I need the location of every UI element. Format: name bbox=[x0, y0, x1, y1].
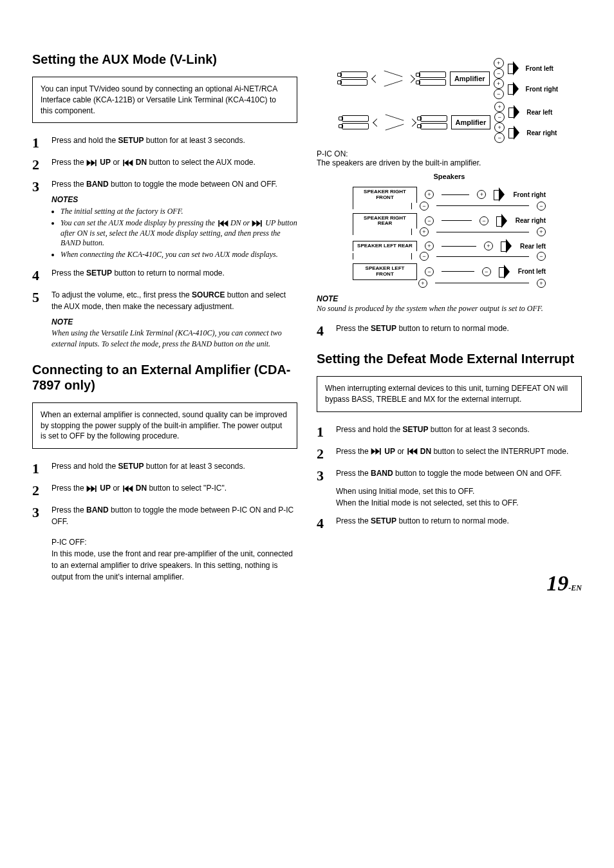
section-b-title: Connecting to an External Amplifier (CDA… bbox=[32, 362, 297, 393]
section-b-intro: When an external amplifier is connected,… bbox=[32, 402, 297, 449]
prev-track-icon bbox=[122, 160, 133, 166]
step-number: 2 bbox=[317, 446, 326, 461]
step-text: Press the BAND button to toggle the mode… bbox=[336, 467, 582, 509]
section-a-intro: You can input TV/video sound by connecti… bbox=[32, 77, 297, 123]
step-number: 5 bbox=[32, 289, 41, 305]
next-track-icon bbox=[86, 160, 98, 166]
prev-track-icon bbox=[122, 486, 133, 492]
step-text: To adjust the volume, etc., first press … bbox=[51, 289, 297, 348]
pic-off-text: In this mode, use the front and rear pre… bbox=[51, 548, 297, 583]
step-text: Press and hold the SETUP button for at l… bbox=[336, 424, 582, 435]
next-track-icon bbox=[86, 486, 98, 492]
section-c-title: Setting the Defeat Mode External Interru… bbox=[317, 351, 582, 366]
note-text: No sound is produced by the system when … bbox=[317, 303, 582, 314]
step-number: 3 bbox=[317, 467, 326, 483]
step-number: 4 bbox=[317, 323, 326, 338]
prev-track-icon bbox=[406, 448, 418, 455]
page-number: 19-EN bbox=[546, 571, 582, 596]
pic-off-heading: P-IC OFF: bbox=[51, 536, 297, 548]
speakers-title: Speakers bbox=[317, 173, 582, 180]
step-number: 1 bbox=[32, 135, 41, 150]
note-heading: NOTE bbox=[51, 316, 297, 328]
step-text: Press the UP or DN button to select "P-I… bbox=[51, 482, 297, 494]
step-text: Press the SETUP button to return to norm… bbox=[51, 267, 297, 279]
external-amp-diagram: Amplifier +−+− Front left Front right Am… bbox=[317, 58, 582, 143]
internal-amp-diagram: SPEAKER RIGHT FRONT++Front right −− SPEA… bbox=[353, 187, 546, 288]
step-text: Press the SETUP button to return to norm… bbox=[336, 515, 582, 527]
next-track-icon bbox=[371, 448, 382, 455]
step-number: 3 bbox=[32, 504, 41, 520]
step-text: Press and hold the SETUP button for at l… bbox=[51, 460, 297, 472]
section-c-intro: When interrupting external devices to th… bbox=[317, 376, 582, 412]
note-text: When using the Versatile Link Terminal (… bbox=[51, 328, 297, 348]
section-a-title: Setting the AUX Mode (V-Link) bbox=[32, 52, 297, 67]
notes-list: The initial setting at the factory is OF… bbox=[51, 207, 297, 259]
step-text: Press the BAND button to toggle the mode… bbox=[51, 504, 297, 583]
step-number: 4 bbox=[32, 267, 41, 283]
pic-on-heading: P-IC ON: bbox=[317, 149, 582, 158]
step-text: Press the UP or DN button to select the … bbox=[51, 156, 297, 168]
step-text: Press the BAND button to toggle the mode… bbox=[51, 178, 297, 261]
note-heading: NOTE bbox=[317, 294, 582, 303]
step-text: Press the SETUP button to return to norm… bbox=[336, 323, 582, 334]
step-text: Press the UP or DN button to select the … bbox=[336, 446, 582, 457]
step-number: 1 bbox=[32, 460, 41, 476]
step-number: 4 bbox=[317, 515, 326, 531]
pic-on-text: The speakers are driven by the built-in … bbox=[317, 158, 582, 167]
next-track-icon bbox=[252, 220, 263, 227]
notes-heading: NOTES bbox=[51, 194, 297, 205]
step-number: 2 bbox=[32, 156, 41, 172]
step-text: Press and hold the SETUP button for at l… bbox=[51, 135, 297, 146]
step-number: 2 bbox=[32, 482, 41, 498]
step-number: 1 bbox=[317, 424, 326, 439]
step-number: 3 bbox=[32, 178, 41, 194]
prev-track-icon bbox=[217, 220, 228, 227]
